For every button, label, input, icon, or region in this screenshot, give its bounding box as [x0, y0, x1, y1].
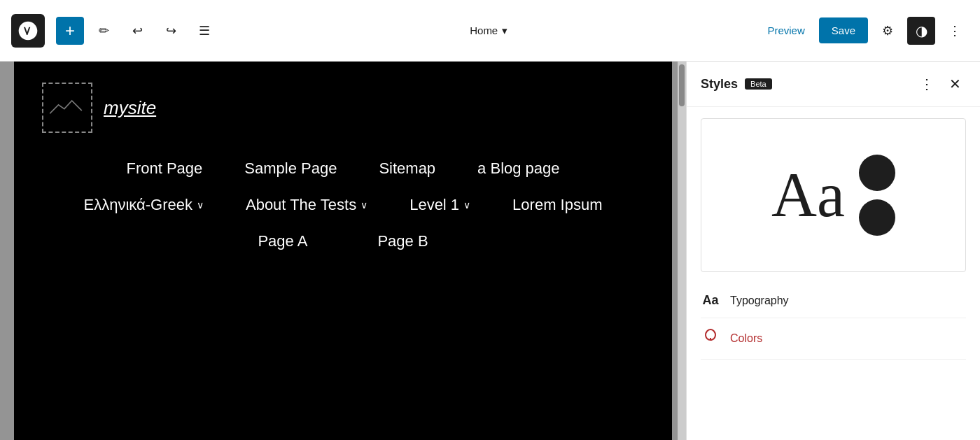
more-icon: ⋮	[948, 23, 961, 38]
nav-item-sitemap[interactable]: Sitemap	[358, 154, 456, 183]
canvas-scrollbar[interactable]	[678, 62, 686, 440]
nav-item-sample-page[interactable]: Sample Page	[223, 154, 358, 183]
nav-item-page-b[interactable]: Page B	[356, 227, 449, 256]
beta-badge: Beta	[745, 78, 772, 90]
scrollbar-thumb	[679, 64, 685, 106]
styles-panel-title: Styles	[701, 77, 738, 92]
undo-button[interactable]: ↩	[123, 17, 151, 45]
nav-item-about-tests[interactable]: About The Tests ∨	[225, 190, 388, 220]
more-options-button[interactable]: ⋮	[941, 17, 969, 45]
redo-icon: ↪	[166, 23, 176, 38]
redo-button[interactable]: ↪	[157, 17, 185, 45]
toolbar-right: Preview Save ⚙ ◑ ⋮	[759, 17, 969, 45]
pencil-button[interactable]: ✏	[90, 17, 118, 45]
nav-primary-row2: Ελληνικά-Greek ∨ About The Tests ∨ Level…	[42, 190, 644, 220]
styles-panel: Styles Beta ⋮ ✕ Aa Aa Typography	[686, 62, 980, 440]
chevron-down-icon: ▾	[502, 24, 507, 37]
page-title-button[interactable]: Home ▾	[461, 19, 516, 43]
colors-label: Colors	[730, 332, 762, 345]
wordpress-logo[interactable]	[11, 14, 45, 48]
nav-item-front-page[interactable]: Front Page	[105, 154, 223, 183]
styles-button[interactable]: ◑	[907, 17, 935, 45]
preview-dot-top	[859, 155, 895, 191]
nav-item-blog[interactable]: a Blog page	[456, 154, 580, 183]
site-logo-box	[42, 83, 92, 133]
style-options: Aa Typography Colors	[687, 283, 980, 360]
colors-icon	[701, 328, 720, 349]
settings-button[interactable]: ⚙	[874, 17, 902, 45]
preview-dot-bottom	[859, 199, 895, 236]
preview-typography: Aa	[771, 164, 845, 227]
save-button[interactable]: Save	[819, 17, 868, 43]
colors-option[interactable]: Colors	[701, 318, 966, 360]
nav-primary: Front Page Sample Page Sitemap a Blog pa…	[42, 154, 644, 183]
preview-dots	[859, 155, 895, 236]
typography-icon: Aa	[701, 293, 720, 308]
styles-close-button[interactable]: ✕	[944, 73, 966, 95]
nav-item-page-a[interactable]: Page A	[237, 227, 328, 256]
chevron-down-icon: ∨	[463, 199, 470, 211]
toolbar-center: Home ▾	[224, 19, 753, 43]
chevron-down-icon: ∨	[197, 199, 204, 211]
typography-option[interactable]: Aa Typography	[701, 283, 966, 318]
add-block-button[interactable]: +	[56, 17, 84, 45]
nav-item-lorem[interactable]: Lorem Ipsum	[491, 190, 623, 220]
pencil-icon: ✏	[99, 23, 109, 38]
nav-secondary: Page A Page B	[42, 227, 644, 256]
main-area: mysite Front Page Sample Page Sitemap a …	[0, 62, 980, 440]
site-preview: mysite Front Page Sample Page Sitemap a …	[14, 62, 672, 440]
site-name[interactable]: mysite	[104, 97, 156, 119]
toolbar: + ✏ ↩ ↪ ☰ Home ▾ Preview Save ⚙ ◑ ⋮	[0, 0, 980, 62]
nav-item-greek[interactable]: Ελληνικά-Greek ∨	[62, 190, 224, 220]
style-preview-box: Aa	[701, 118, 966, 272]
chevron-down-icon: ∨	[360, 199, 368, 211]
list-view-button[interactable]: ☰	[190, 17, 218, 45]
preview-button[interactable]: Preview	[759, 19, 813, 42]
halfcircle-icon: ◑	[916, 22, 927, 39]
typography-label: Typography	[730, 294, 789, 307]
nav-item-level1[interactable]: Level 1 ∨	[388, 190, 491, 220]
canvas-area: mysite Front Page Sample Page Sitemap a …	[0, 62, 686, 440]
styles-panel-header: Styles Beta ⋮ ✕	[687, 62, 980, 107]
list-icon: ☰	[199, 23, 210, 38]
site-logo-area: mysite	[42, 83, 644, 133]
site-header: mysite Front Page Sample Page Sitemap a …	[14, 62, 672, 270]
page-title-text: Home	[470, 24, 498, 36]
settings-icon: ⚙	[882, 23, 893, 38]
styles-more-button[interactable]: ⋮	[916, 73, 938, 95]
undo-icon: ↩	[132, 23, 143, 38]
styles-header-actions: ⋮ ✕	[916, 73, 966, 95]
